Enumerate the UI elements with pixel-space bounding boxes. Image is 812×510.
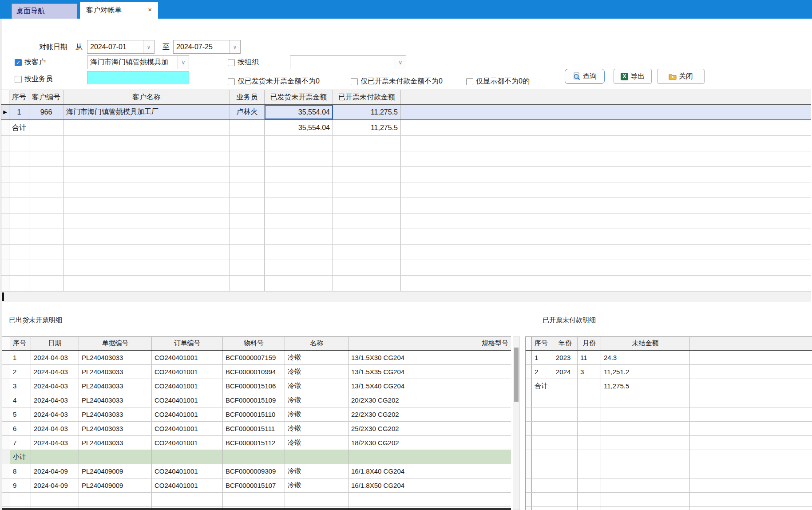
- empty-row: [1, 136, 811, 151]
- empty-row: [1, 260, 811, 276]
- cell-seq[interactable]: 1: [9, 105, 29, 119]
- col-header-open-amount[interactable]: 未结金额: [601, 337, 690, 350]
- checkbox-unchecked-icon[interactable]: [351, 78, 358, 85]
- col-header-date[interactable]: 日期: [31, 337, 79, 350]
- tab-desktop-nav[interactable]: 桌面导航: [12, 4, 77, 19]
- close-icon[interactable]: ×: [148, 6, 152, 13]
- scrollbar-thumb[interactable]: [2, 293, 4, 301]
- col-header-salesman[interactable]: 业务员: [230, 90, 265, 104]
- col-header-order-no[interactable]: 订单编号: [152, 337, 223, 350]
- close-button[interactable]: 关闭: [657, 69, 705, 84]
- table-row[interactable]: 92024-04-09PL240409009CO240401001BCF0000…: [2, 478, 511, 493]
- cell-invoiced-amount[interactable]: 11,275.5: [333, 105, 401, 119]
- empty-row: [2, 493, 511, 507]
- checkbox-unchecked-icon[interactable]: [228, 59, 235, 66]
- table-row[interactable]: 82024-04-09PL240409009CO240401001BCF0000…: [2, 464, 511, 478]
- invoiced-detail-title: 已开票未付款明细: [543, 316, 596, 324]
- table-row[interactable]: 22024-04-03PL240403033CO240401001BCF0000…: [2, 365, 511, 379]
- checkbox-unchecked-icon[interactable]: [466, 78, 473, 85]
- total-invoiced-amount: 11,275.5: [333, 120, 401, 135]
- invoiced-detail-header-row: 序号 年份 月份 未结金额: [526, 337, 812, 351]
- col-header-doc-no[interactable]: 单据编号: [79, 337, 152, 350]
- col-header-seq[interactable]: 序号: [532, 337, 553, 350]
- total-label: 合计: [532, 379, 553, 393]
- col-header-material-no[interactable]: 物料号: [223, 337, 285, 350]
- col-header-year[interactable]: 年份: [553, 337, 578, 350]
- chevron-down-icon[interactable]: ∨: [395, 56, 406, 69]
- shipped-detail-title: 已出货未开票明细: [9, 316, 62, 324]
- only-invoiced-nonzero-label: 仅已开票未付款金额不为0: [360, 77, 443, 86]
- chevron-down-icon[interactable]: ∨: [229, 40, 240, 53]
- empty-row: [526, 478, 812, 493]
- row-marker: [1, 120, 9, 135]
- checkbox-checked-icon[interactable]: ✓: [15, 59, 22, 66]
- table-row[interactable]: 32024-04-03PL240403033CO240401001BCF0000…: [2, 379, 511, 393]
- table-row[interactable]: 2 2024 3 11,251.2: [526, 365, 812, 379]
- search-doc-icon: [573, 72, 581, 80]
- table-row[interactable]: 12024-04-03PL240403033CO240401001BCF0000…: [2, 351, 511, 365]
- empty-row: [526, 493, 812, 507]
- cell-salesman[interactable]: 卢林火: [230, 105, 265, 119]
- total-label: 合计: [9, 120, 29, 135]
- table-row[interactable]: 62024-04-03PL240403033CO240401001BCF0000…: [2, 422, 511, 436]
- empty-row: [1, 245, 811, 260]
- chevron-down-icon[interactable]: ∨: [178, 56, 189, 69]
- table-row[interactable]: 1 2023 11 24.3: [526, 351, 812, 365]
- export-button[interactable]: X 导出: [614, 69, 652, 84]
- shipped-detail-header-row: 序号 日期 单据编号 订单编号 物料号 名称 规格型号: [2, 337, 511, 351]
- only-invoiced-nonzero-checkbox[interactable]: 仅已开票未付款金额不为0: [351, 77, 443, 86]
- row-marker-header: [2, 337, 10, 350]
- summary-horizontal-scrollbar[interactable]: [1, 291, 811, 302]
- empty-cell: [230, 120, 265, 135]
- tab-customer-statement[interactable]: 客户对帐单 ×: [80, 2, 158, 19]
- shipped-detail-vertical-scrollbar[interactable]: [513, 336, 520, 510]
- query-button-label: 查询: [583, 72, 597, 81]
- table-row[interactable]: 52024-04-03PL240403033CO240401001BCF0000…: [2, 407, 511, 422]
- empty-row: [526, 507, 812, 510]
- by-salesman-checkbox[interactable]: 按业务员: [15, 75, 53, 84]
- date-to-select[interactable]: 2024-07-25 ∨: [173, 40, 241, 54]
- chevron-down-icon[interactable]: ∨: [143, 40, 154, 53]
- empty-row: [1, 213, 811, 229]
- col-header-customer-code[interactable]: 客户编号: [29, 90, 63, 104]
- col-header-invoiced-unpaid[interactable]: 已开票未付款金额: [333, 90, 401, 104]
- summary-header-row: 序号 客户编号 客户名称 业务员 已发货未开票金额 已开票未付款金额: [1, 90, 811, 105]
- query-button[interactable]: 查询: [565, 69, 605, 84]
- by-customer-checkbox[interactable]: ✓ 按客户: [15, 58, 46, 67]
- close-button-label: 关闭: [679, 72, 693, 81]
- col-header-name[interactable]: 名称: [285, 337, 349, 350]
- salesman-input[interactable]: [87, 71, 189, 84]
- by-org-checkbox[interactable]: 按组织: [228, 58, 259, 67]
- only-all-nonzero-checkbox[interactable]: 仅显示都不为0的: [466, 77, 530, 86]
- only-shipped-nonzero-checkbox[interactable]: 仅已发货未开票金额不为0: [228, 77, 320, 86]
- shipped-detail-table: 序号 日期 单据编号 订单编号 物料号 名称 规格型号 12024-04-03P…: [2, 336, 511, 510]
- folder-close-icon: [669, 73, 677, 80]
- col-header-seq[interactable]: 序号: [10, 337, 31, 350]
- by-org-label: 按组织: [238, 58, 259, 67]
- cell-shipped-amount-focused[interactable]: 35,554.04: [265, 105, 333, 119]
- date-to-value: 2024-07-25: [174, 40, 229, 53]
- col-header-shipped-uninvoiced[interactable]: 已发货未开票金额: [265, 90, 333, 104]
- table-row[interactable]: ▶ 1 966 海门市海门镇管姚模具加工厂 卢林火 35,554.04 11,2…: [1, 105, 811, 120]
- date-from-select[interactable]: 2024-07-01 ∨: [87, 40, 154, 54]
- table-row[interactable]: 42024-04-03PL240403033CO240401001BCF0000…: [2, 393, 511, 407]
- shipped-detail-bottom-scrollbar[interactable]: [2, 508, 511, 510]
- only-shipped-nonzero-label: 仅已发货未开票金额不为0: [238, 77, 320, 86]
- empty-row: [526, 407, 812, 422]
- row-marker-header: [1, 90, 9, 104]
- org-select[interactable]: ∨: [290, 55, 406, 69]
- scrollbar-thumb[interactable]: [514, 348, 519, 402]
- col-header-customer-name[interactable]: 客户名称: [63, 90, 230, 104]
- customer-select-value: 海门市海门镇管姚模具加: [87, 56, 178, 69]
- customer-select[interactable]: 海门市海门镇管姚模具加 ∨: [87, 55, 189, 69]
- col-header-filler: [690, 337, 812, 350]
- empty-cell: [401, 120, 811, 135]
- col-header-seq[interactable]: 序号: [9, 90, 29, 104]
- col-header-spec[interactable]: 规格型号: [349, 337, 511, 350]
- col-header-month[interactable]: 月份: [578, 337, 601, 350]
- cell-customer-code[interactable]: 966: [29, 105, 63, 119]
- checkbox-unchecked-icon[interactable]: [228, 78, 235, 85]
- checkbox-unchecked-icon[interactable]: [15, 76, 22, 83]
- cell-customer-name[interactable]: 海门市海门镇管姚模具加工厂: [63, 105, 230, 119]
- table-row[interactable]: 72024-04-03PL240403033CO240401001BCF0000…: [2, 436, 511, 450]
